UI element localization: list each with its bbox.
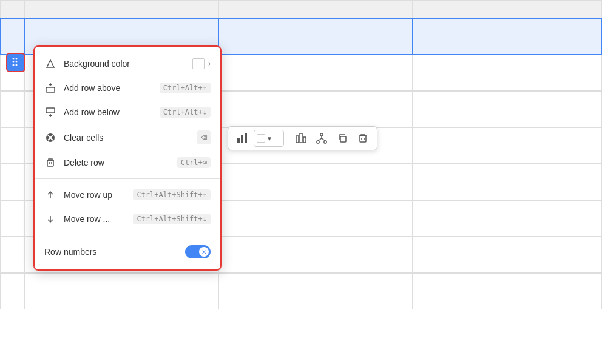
svg-rect-31 xyxy=(47,160,53,166)
cell-r4c3 xyxy=(413,127,602,164)
menu-divider-1 xyxy=(35,178,220,179)
cell-r1c3 xyxy=(413,18,602,55)
svg-point-5 xyxy=(16,64,18,66)
add-row-below-icon xyxy=(44,106,56,118)
svg-line-17 xyxy=(322,138,325,141)
cell-r6c3 xyxy=(413,200,602,237)
svg-point-0 xyxy=(13,58,15,60)
color-preview-box xyxy=(192,58,205,69)
svg-rect-25 xyxy=(46,108,55,113)
add-row-above-icon xyxy=(44,82,56,94)
cell-r7c0 xyxy=(0,237,24,273)
cell-r8c1 xyxy=(24,273,218,309)
svg-rect-10 xyxy=(300,133,302,143)
cell-r7c2 xyxy=(218,237,413,273)
svg-rect-14 xyxy=(324,141,326,143)
add-row-below-label: Add row below xyxy=(64,107,152,117)
cell-r1c2 xyxy=(218,18,413,55)
row-handle-button[interactable] xyxy=(6,53,25,72)
svg-rect-13 xyxy=(317,141,319,143)
menu-item-move-row-down[interactable]: Move row ... Ctrl+Alt+Shift+↓ xyxy=(35,207,220,231)
clear-cells-label: Clear cells xyxy=(64,133,190,143)
svg-point-2 xyxy=(13,61,15,63)
move-row-down-label: Move row ... xyxy=(64,214,126,224)
cell-r5c2 xyxy=(218,164,413,200)
chart-button[interactable] xyxy=(292,129,310,147)
menu-item-move-row-up[interactable]: Move row up Ctrl+Alt+Shift+↑ xyxy=(35,183,220,207)
hierarchy-button[interactable] xyxy=(313,129,331,147)
cell-r2c2 xyxy=(218,55,413,91)
toggle-knob: ✕ xyxy=(199,247,209,257)
move-row-up-label: Move row up xyxy=(64,190,126,200)
cell-r1c0 xyxy=(0,18,24,55)
copy-icon xyxy=(337,133,347,143)
background-color-label: Background color xyxy=(64,59,185,69)
cell-r5c0 xyxy=(0,164,24,200)
cell-r2c3 xyxy=(413,55,602,91)
menu-item-row-numbers[interactable]: Row numbers ✕ xyxy=(35,239,220,265)
row-numbers-toggle[interactable]: ✕ xyxy=(185,245,211,258)
svg-point-4 xyxy=(13,64,15,66)
svg-rect-18 xyxy=(340,136,346,142)
svg-rect-19 xyxy=(360,136,366,142)
svg-point-1 xyxy=(16,58,18,60)
menu-item-add-row-above[interactable]: Add row above Ctrl+Alt+↑ xyxy=(35,76,220,100)
cell-r8c2 xyxy=(218,273,413,309)
menu-item-clear-cells[interactable]: Clear cells ⌫ xyxy=(35,124,220,150)
cell-h3 xyxy=(413,0,602,18)
delete-row-label: Delete row xyxy=(64,158,170,167)
move-row-up-icon xyxy=(44,189,56,201)
cell-r4c0 xyxy=(0,127,24,164)
svg-rect-7 xyxy=(241,135,243,143)
move-row-up-shortcut: Ctrl+Alt+Shift+↑ xyxy=(133,189,211,200)
color-box xyxy=(257,134,265,143)
clear-cells-shortcut: ⌫ xyxy=(197,130,211,144)
background-color-arrow: › xyxy=(192,58,211,69)
svg-point-3 xyxy=(16,61,18,63)
add-row-above-shortcut: Ctrl+Alt+↑ xyxy=(160,83,211,93)
dots-grid-icon xyxy=(12,57,20,68)
svg-rect-6 xyxy=(237,138,240,143)
menu-item-add-row-below[interactable]: Add row below Ctrl+Alt+↓ xyxy=(35,100,220,124)
cell-toolbar: ▼ xyxy=(228,126,377,150)
delete-row-icon xyxy=(44,157,56,169)
cell-r3c2 xyxy=(218,91,413,127)
svg-rect-12 xyxy=(320,133,323,136)
svg-rect-8 xyxy=(245,133,247,143)
cell-r3c3 xyxy=(413,91,602,127)
cell-h1 xyxy=(24,0,218,18)
add-row-above-label: Add row above xyxy=(64,83,152,93)
cell-r6c0 xyxy=(0,200,24,237)
color-dropdown[interactable]: ▼ xyxy=(254,130,284,147)
toolbar-divider-1 xyxy=(288,132,288,144)
chevron-right-icon: › xyxy=(208,59,211,68)
move-row-down-icon xyxy=(44,213,56,225)
hierarchy-icon xyxy=(316,133,327,144)
cell-r8c0 xyxy=(0,273,24,309)
row-numbers-label: Row numbers xyxy=(44,247,178,257)
cell-r3c0 xyxy=(0,91,24,127)
delete-button[interactable] xyxy=(354,129,372,147)
move-row-down-shortcut: Ctrl+Alt+Shift+↓ xyxy=(133,214,211,224)
chart-icon xyxy=(296,133,306,144)
menu-divider-2 xyxy=(35,235,220,235)
dropdown-arrow-icon: ▼ xyxy=(266,135,272,142)
cell-h0 xyxy=(0,0,24,18)
context-menu: Background color › Add row above Ctrl+Al… xyxy=(33,46,222,271)
cell-h2 xyxy=(218,0,413,18)
cell-r7c3 xyxy=(413,237,602,273)
cell-r6c2 xyxy=(218,200,413,237)
svg-line-16 xyxy=(318,138,322,141)
svg-rect-9 xyxy=(296,136,299,143)
menu-item-delete-row[interactable]: Delete row Ctrl+⌫ xyxy=(35,150,220,175)
clear-cells-icon xyxy=(44,132,56,144)
svg-rect-11 xyxy=(303,137,306,143)
background-color-icon xyxy=(44,58,56,70)
delete-row-shortcut: Ctrl+⌫ xyxy=(177,157,211,168)
svg-rect-22 xyxy=(46,87,55,92)
bar-chart-icon xyxy=(237,133,248,144)
menu-item-background-color[interactable]: Background color › xyxy=(35,52,220,76)
copy-button[interactable] xyxy=(333,129,351,147)
bar-chart-button[interactable] xyxy=(233,129,251,147)
add-row-below-shortcut: Ctrl+Alt+↓ xyxy=(160,107,211,118)
